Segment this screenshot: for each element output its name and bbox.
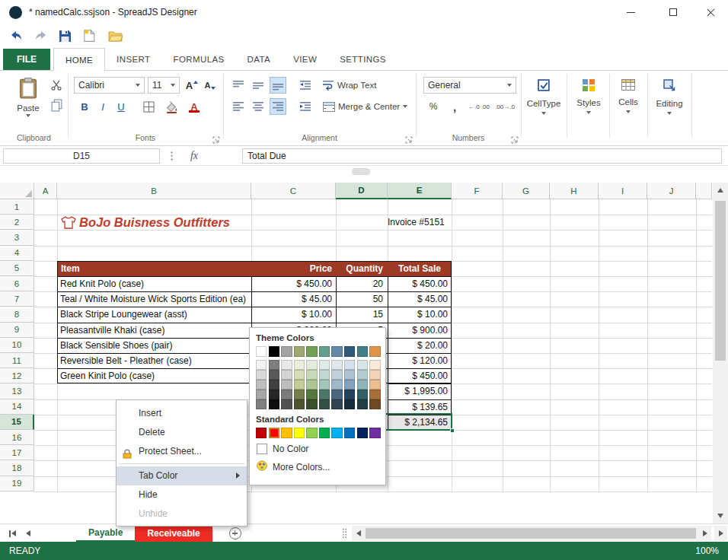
standard-color-swatch[interactable] [281,428,292,438]
theme-color-swatch[interactable] [369,360,380,370]
theme-color-swatch[interactable] [281,380,292,390]
theme-variant-row [256,370,379,380]
menu-item-label: Delete [139,427,165,438]
theme-color-swatch[interactable] [281,346,292,357]
standard-color-swatch[interactable] [319,428,330,438]
add-sheet-button[interactable] [229,527,241,539]
theme-color-swatch[interactable] [256,360,267,370]
tab-area-splitter[interactable] [342,528,347,539]
theme-color-swatch[interactable] [369,380,380,390]
menu-item-delete[interactable]: Delete [117,423,247,442]
theme-color-swatch[interactable] [306,390,317,399]
theme-color-swatch[interactable] [357,370,368,380]
theme-color-swatch[interactable] [357,390,368,399]
theme-color-swatch[interactable] [306,346,317,357]
theme-color-swatch[interactable] [281,370,292,380]
theme-color-swatch[interactable] [294,399,305,409]
theme-color-swatch[interactable] [344,390,355,399]
theme-color-swatch[interactable] [357,399,368,409]
theme-color-swatch[interactable] [369,390,380,399]
theme-color-swatch[interactable] [331,380,342,390]
theme-color-swatch[interactable] [256,346,267,357]
theme-color-swatch[interactable] [281,360,292,370]
standard-color-swatch[interactable] [344,428,355,438]
theme-color-swatch[interactable] [294,370,305,380]
standard-color-swatch[interactable] [269,428,279,438]
theme-color-swatch[interactable] [319,390,330,399]
theme-color-swatch[interactable] [344,370,355,380]
arrow-right-icon [719,530,723,536]
theme-color-swatch[interactable] [294,390,305,399]
theme-color-swatch[interactable] [319,380,330,390]
first-sheet-button[interactable] [5,524,20,542]
theme-color-swatch[interactable] [331,399,342,409]
theme-color-swatch[interactable] [256,399,267,409]
sheet-tab-receiveable[interactable]: Receiveable [135,524,212,542]
theme-color-swatch[interactable] [269,370,279,380]
menu-item-hide[interactable]: Hide [117,485,247,504]
vertical-scroll-thumb[interactable] [715,201,726,361]
theme-color-swatch[interactable] [319,346,330,357]
theme-color-swatch[interactable] [369,346,380,357]
theme-color-swatch[interactable] [306,380,317,390]
theme-color-swatch[interactable] [306,399,317,409]
theme-color-swatch[interactable] [281,399,292,409]
theme-color-swatch[interactable] [319,360,330,370]
theme-color-swatch[interactable] [369,399,380,409]
horizontal-scrollbar[interactable] [352,526,711,541]
vertical-scrollbar[interactable] [713,183,728,523]
theme-color-swatch[interactable] [294,380,305,390]
theme-color-swatch[interactable] [256,380,267,390]
theme-color-swatch[interactable] [269,380,279,390]
standard-color-swatch[interactable] [357,428,368,438]
theme-color-swatch[interactable] [294,360,305,370]
standard-color-swatch[interactable] [369,428,380,438]
theme-color-swatch[interactable] [357,380,368,390]
theme-color-swatch[interactable] [281,390,292,399]
theme-color-swatch[interactable] [344,380,355,390]
theme-color-swatch[interactable] [269,399,279,409]
standard-color-swatch[interactable] [331,428,342,438]
theme-color-swatch[interactable] [344,346,355,357]
theme-color-swatch[interactable] [344,399,355,409]
scroll-left-button[interactable] [352,526,365,541]
menu-item-protect-sheet[interactable]: Protect Sheet... [117,442,247,461]
menu-item-label: Unhide [139,508,168,519]
menu-item-insert[interactable]: Insert [117,404,247,423]
no-color-option[interactable]: No Color [250,441,385,457]
theme-color-swatch[interactable] [256,370,267,380]
menu-item-tab-color[interactable]: Tab Color [117,466,247,485]
next-sheet-button[interactable] [714,526,727,541]
selection-fill-handle[interactable] [450,428,455,433]
standard-color-swatch[interactable] [294,428,305,438]
theme-color-swatch[interactable] [306,370,317,380]
theme-color-swatch[interactable] [269,390,279,399]
sheet-tab-payable[interactable]: Payable [76,524,135,542]
theme-color-swatch[interactable] [319,399,330,409]
theme-color-swatch[interactable] [369,370,380,380]
theme-color-swatch[interactable] [269,360,279,370]
theme-color-swatch[interactable] [331,390,342,399]
theme-color-swatch[interactable] [294,346,305,357]
theme-colors-variants [250,360,385,409]
theme-color-swatch[interactable] [331,360,342,370]
menu-item-unhide[interactable]: Unhide [117,504,247,523]
theme-color-swatch[interactable] [331,370,342,380]
theme-color-swatch[interactable] [357,346,368,357]
previous-sheet-button[interactable] [21,524,35,542]
standard-color-swatch[interactable] [256,428,267,438]
scroll-right-button[interactable] [698,526,711,541]
standard-color-swatch[interactable] [306,428,317,438]
scroll-up-button[interactable] [713,184,728,196]
theme-color-swatch[interactable] [357,360,368,370]
theme-color-swatch[interactable] [269,346,279,357]
more-colors-option[interactable]: More Colors... [250,458,385,476]
theme-color-swatch[interactable] [306,360,317,370]
zoom-level[interactable]: 100% [695,546,719,556]
theme-color-swatch[interactable] [344,360,355,370]
theme-color-swatch[interactable] [319,370,330,380]
theme-color-swatch[interactable] [256,390,267,399]
horizontal-scroll-thumb[interactable] [366,528,696,539]
scroll-down-button[interactable] [713,510,728,522]
theme-color-swatch[interactable] [331,346,342,357]
